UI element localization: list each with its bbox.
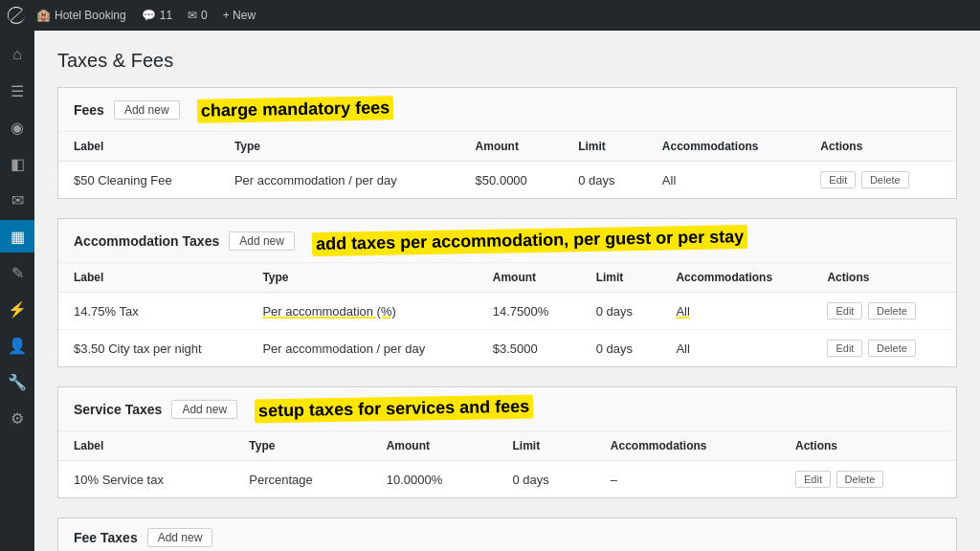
sidebar-item-pages[interactable]: ◧ bbox=[0, 147, 34, 180]
accommodation-taxes-annotation: add taxes per accommodation, per guest o… bbox=[312, 225, 748, 256]
accom-tax-delete-button-2[interactable]: Delete bbox=[868, 340, 916, 357]
service-taxes-table: Label Type Amount Limit Accommodations A… bbox=[58, 431, 956, 497]
svc-col-actions: Actions bbox=[780, 431, 956, 461]
sidebar-item-media[interactable]: ◉ bbox=[0, 111, 34, 143]
accom-col-accommodations: Accommodations bbox=[660, 263, 812, 293]
fees-col-actions: Actions bbox=[805, 132, 956, 162]
sidebar-item-tools[interactable]: 🔧 bbox=[0, 365, 34, 398]
fee-limit: 0 days bbox=[563, 162, 647, 199]
accom-col-amount: Amount bbox=[478, 263, 581, 293]
service-taxes-annotation: setup taxes for services and fees bbox=[255, 394, 534, 423]
sidebar-item-dashboard[interactable]: ⌂ bbox=[0, 38, 34, 71]
service-taxes-add-new-button[interactable]: Add new bbox=[171, 400, 237, 419]
sidebar-item-posts[interactable]: ☰ bbox=[0, 75, 34, 107]
table-row: 14.75% Tax Per accommodation (%) 14.7500… bbox=[58, 293, 956, 330]
accom-tax-amount: 14.7500% bbox=[478, 293, 581, 330]
accom-tax-label-2: $3.50 City tax per night bbox=[58, 330, 247, 367]
fee-label: $50 Cleaning Fee bbox=[58, 162, 219, 199]
service-taxes-title: Service Taxes bbox=[74, 402, 162, 417]
fees-col-limit: Limit bbox=[563, 132, 647, 162]
accom-tax-type-2: Per accommodation / per day bbox=[247, 330, 477, 367]
messages-count: 0 bbox=[201, 9, 208, 22]
accommodation-taxes-header-row: Label Type Amount Limit Accommodations A… bbox=[58, 263, 956, 293]
accom-tax-label: 14.75% Tax bbox=[58, 293, 247, 330]
accom-tax-limit-2: 0 days bbox=[581, 330, 661, 367]
accom-col-type: Type bbox=[247, 263, 477, 293]
wordpress-logo-icon bbox=[8, 7, 25, 24]
sidebar: ⌂ ☰ ◉ ◧ ✉ ▦ ✎ ⚡ 👤 🔧 ⚙ bbox=[0, 31, 34, 551]
comments-count: 11 bbox=[160, 9, 172, 22]
fees-col-type: Type bbox=[219, 132, 460, 162]
svc-tax-edit-button[interactable]: Edit bbox=[795, 471, 831, 488]
accom-col-limit: Limit bbox=[581, 263, 661, 293]
svc-tax-actions: Edit Delete bbox=[780, 461, 956, 498]
site-name: Hotel Booking bbox=[55, 9, 126, 22]
admin-bar: 🏨 Hotel Booking 💬 11 ✉ 0 + New bbox=[0, 0, 980, 31]
svc-col-limit: Limit bbox=[498, 431, 595, 461]
accom-tax-delete-button-1[interactable]: Delete bbox=[868, 302, 916, 320]
sidebar-item-users[interactable]: 👤 bbox=[0, 329, 34, 362]
admin-bar-messages[interactable]: ✉ 0 bbox=[188, 9, 208, 22]
accom-tax-amount-2: $3.5000 bbox=[478, 330, 581, 367]
svc-tax-accommodations: – bbox=[595, 461, 780, 498]
fee-accommodations: All bbox=[647, 162, 805, 199]
admin-bar-comments[interactable]: 💬 11 bbox=[142, 9, 172, 22]
accom-tax-actions: Edit Delete bbox=[812, 293, 956, 330]
svc-tax-amount: 10.0000% bbox=[371, 461, 498, 498]
accom-tax-accommodations-2: All bbox=[660, 330, 812, 367]
fee-actions: Edit Delete bbox=[805, 162, 956, 199]
fees-add-new-button[interactable]: Add new bbox=[114, 100, 180, 120]
fees-col-amount: Amount bbox=[460, 132, 564, 162]
fee-delete-button[interactable]: Delete bbox=[861, 171, 909, 188]
accommodation-taxes-header: Accommodation Taxes Add new add taxes pe… bbox=[58, 219, 956, 263]
sidebar-item-settings[interactable]: ⚙ bbox=[0, 402, 34, 434]
fees-section: Fees Add new charge mandatory fees Label… bbox=[57, 87, 957, 199]
service-taxes-section: Service Taxes Add new setup taxes for se… bbox=[57, 386, 957, 498]
fees-col-label: Label bbox=[58, 132, 219, 162]
accommodation-taxes-title: Accommodation Taxes bbox=[74, 233, 219, 249]
fee-taxes-header: Fee Taxes Add new bbox=[58, 518, 956, 551]
accom-col-label: Label bbox=[58, 263, 247, 293]
svc-tax-limit: 0 days bbox=[498, 461, 595, 498]
table-row: $50 Cleaning Fee Per accommodation / per… bbox=[58, 162, 956, 199]
fees-table: Label Type Amount Limit Accommodations A… bbox=[58, 132, 956, 198]
accommodation-taxes-section: Accommodation Taxes Add new add taxes pe… bbox=[57, 218, 957, 367]
accommodation-taxes-body: 14.75% Tax Per accommodation (%) 14.7500… bbox=[58, 293, 956, 367]
main-content: Taxes & Fees Fees Add new charge mandato… bbox=[34, 31, 980, 551]
page-title: Taxes & Fees bbox=[57, 50, 957, 72]
svc-col-label: Label bbox=[58, 431, 234, 461]
accommodation-taxes-table: Label Type Amount Limit Accommodations A… bbox=[58, 263, 956, 366]
accom-tax-accommodations: All bbox=[660, 293, 812, 330]
accom-col-actions: Actions bbox=[812, 263, 956, 293]
sidebar-item-hotel[interactable]: ▦ bbox=[0, 220, 34, 253]
fees-section-header: Fees Add new charge mandatory fees bbox=[58, 88, 956, 132]
svc-tax-type: Percentage bbox=[234, 461, 370, 498]
service-taxes-header-row: Label Type Amount Limit Accommodations A… bbox=[58, 431, 956, 461]
fee-edit-button[interactable]: Edit bbox=[820, 171, 856, 188]
table-row: $3.50 City tax per night Per accommodati… bbox=[58, 330, 956, 367]
fees-annotation: charge mandatory fees bbox=[196, 96, 392, 123]
service-taxes-header: Service Taxes Add new setup taxes for se… bbox=[58, 387, 956, 431]
service-taxes-body: 10% Service tax Percentage 10.0000% 0 da… bbox=[58, 461, 956, 498]
fee-taxes-section: Fee Taxes Add new No taxes have been cre… bbox=[57, 518, 957, 551]
svc-col-amount: Amount bbox=[371, 431, 498, 461]
sidebar-item-comments[interactable]: ✉ bbox=[0, 184, 34, 216]
admin-bar-site[interactable]: 🏨 Hotel Booking bbox=[36, 9, 126, 22]
accommodation-taxes-add-new-button[interactable]: Add new bbox=[229, 231, 295, 251]
sidebar-item-appearance[interactable]: ✎ bbox=[0, 256, 34, 289]
fees-col-accommodations: Accommodations bbox=[647, 132, 805, 162]
admin-bar-new[interactable]: + New bbox=[223, 9, 256, 22]
fee-taxes-title: Fee Taxes bbox=[74, 530, 138, 545]
fee-amount: $50.0000 bbox=[460, 162, 564, 199]
fee-type: Per accommodation / per day bbox=[219, 162, 460, 199]
fee-taxes-add-new-button[interactable]: Add new bbox=[147, 528, 213, 547]
svc-tax-delete-button[interactable]: Delete bbox=[836, 471, 884, 488]
accom-tax-edit-button-2[interactable]: Edit bbox=[827, 340, 862, 357]
accom-tax-actions-2: Edit Delete bbox=[812, 330, 956, 367]
accom-tax-edit-button-1[interactable]: Edit bbox=[827, 302, 862, 320]
accom-tax-type: Per accommodation (%) bbox=[247, 293, 477, 330]
fees-section-title: Fees bbox=[74, 102, 104, 118]
sidebar-item-plugins[interactable]: ⚡ bbox=[0, 293, 34, 325]
admin-bar-items: 🏨 Hotel Booking 💬 11 ✉ 0 + New bbox=[36, 9, 256, 22]
accom-tax-limit: 0 days bbox=[581, 293, 661, 330]
